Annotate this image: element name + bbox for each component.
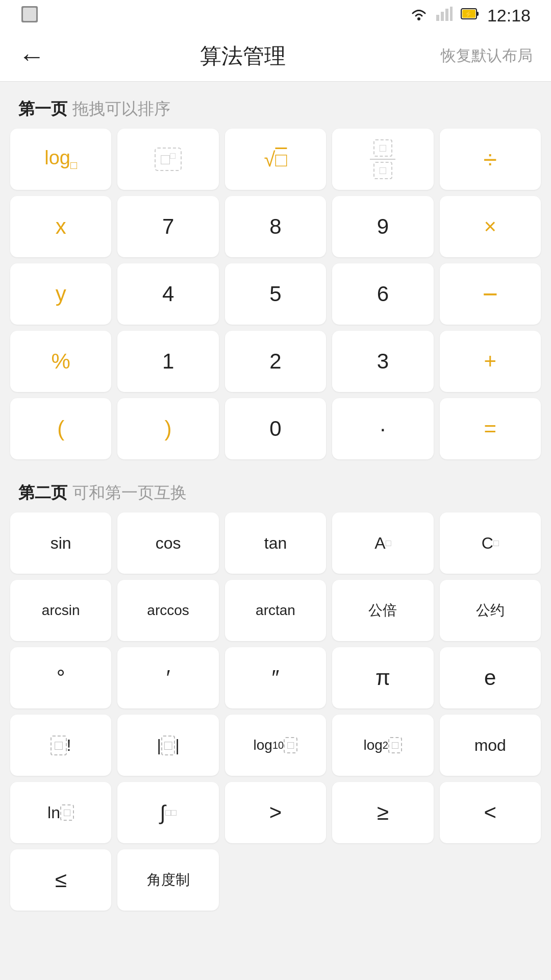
key-arcminute[interactable]: ′: [117, 647, 218, 708]
status-bar-right: ⚡ 12:18: [410, 6, 531, 26]
key-dot[interactable]: ·: [332, 398, 433, 459]
page1-label-main: 第一页: [18, 100, 67, 118]
key-9[interactable]: 9: [332, 196, 433, 257]
svg-rect-1: [23, 8, 36, 21]
page2-label-sub: 可和第一页互换: [72, 483, 187, 502]
key-log2[interactable]: log2□: [332, 715, 433, 776]
svg-rect-3: [436, 15, 439, 21]
key-percent[interactable]: %: [10, 331, 111, 392]
key-ln[interactable]: ln□: [10, 782, 111, 843]
key-fraction[interactable]: □ □: [332, 129, 433, 190]
page2-key-grid: sin cos tan A□ C□ arcsin arccos arctan 公…: [0, 512, 551, 917]
key-factorial[interactable]: □!: [10, 715, 111, 776]
key-2[interactable]: 2: [225, 331, 326, 392]
key-angle-mode[interactable]: 角度制: [117, 849, 218, 911]
page-title: 算法管理: [200, 42, 286, 70]
key-lparen[interactable]: (: [10, 398, 111, 459]
key-6[interactable]: 6: [332, 263, 433, 325]
svg-text:⚡: ⚡: [464, 10, 473, 18]
key-pi[interactable]: π: [332, 647, 433, 708]
key-integral[interactable]: ∫□□: [117, 782, 218, 843]
key-gcd[interactable]: 公约: [440, 580, 541, 641]
key-divide[interactable]: ÷: [440, 129, 541, 190]
key-0[interactable]: 0: [225, 398, 326, 459]
wifi-icon: [410, 7, 428, 24]
key-sqrt[interactable]: √□: [225, 129, 326, 190]
key-C[interactable]: C□: [440, 512, 541, 574]
key-less-equal[interactable]: ≤: [10, 849, 111, 911]
time: 12:18: [487, 6, 531, 26]
page1-label: 第一页拖拽可以排序: [0, 82, 551, 129]
key-5[interactable]: 5: [225, 263, 326, 325]
key-arccos[interactable]: arccos: [117, 580, 218, 641]
key-plus[interactable]: +: [440, 331, 541, 392]
key-tan[interactable]: tan: [225, 512, 326, 574]
back-button[interactable]: ←: [18, 41, 45, 71]
key-e[interactable]: e: [440, 647, 541, 708]
key-arctan[interactable]: arctan: [225, 580, 326, 641]
key-4[interactable]: 4: [117, 263, 218, 325]
restore-default-button[interactable]: 恢复默认布局: [441, 45, 533, 66]
key-3[interactable]: 3: [332, 331, 433, 392]
key-abs[interactable]: |□|: [117, 715, 218, 776]
key-rparen[interactable]: ): [117, 398, 218, 459]
key-log[interactable]: log□: [10, 129, 111, 190]
status-bar: ⚡ 12:18: [0, 0, 551, 31]
key-y[interactable]: y: [10, 263, 111, 325]
key-multiply[interactable]: ×: [440, 196, 541, 257]
key-sin[interactable]: sin: [10, 512, 111, 574]
key-mod[interactable]: mod: [440, 715, 541, 776]
battery-icon: ⚡: [461, 7, 479, 24]
key-lcm[interactable]: 公倍: [332, 580, 433, 641]
key-arcsecond[interactable]: ″: [225, 647, 326, 708]
key-1[interactable]: 1: [117, 331, 218, 392]
page2-label-main: 第二页: [18, 483, 67, 502]
key-superscript[interactable]: □□: [117, 129, 218, 190]
page1-key-grid: log□ □□ √□ □ □ ÷ x 7 8 9 × y 4 5 6 − % 1…: [0, 129, 551, 465]
page2-label: 第二页可和第一页互换: [0, 465, 551, 512]
status-bar-left-icon: [20, 5, 39, 26]
page1-label-sub: 拖拽可以排序: [72, 100, 170, 118]
key-arcsin[interactable]: arcsin: [10, 580, 111, 641]
key-A[interactable]: A□: [332, 512, 433, 574]
key-greater-equal[interactable]: ≥: [332, 782, 433, 843]
key-8[interactable]: 8: [225, 196, 326, 257]
key-degree[interactable]: °: [10, 647, 111, 708]
svg-rect-8: [477, 12, 479, 16]
key-cos[interactable]: cos: [117, 512, 218, 574]
svg-rect-5: [445, 9, 448, 21]
svg-point-2: [417, 17, 420, 20]
svg-rect-6: [450, 7, 453, 21]
key-less[interactable]: <: [440, 782, 541, 843]
key-greater[interactable]: >: [225, 782, 326, 843]
key-minus[interactable]: −: [440, 263, 541, 325]
key-equals[interactable]: =: [440, 398, 541, 459]
svg-rect-4: [441, 12, 444, 21]
header: ← 算法管理 恢复默认布局: [0, 31, 551, 82]
signal-icon: [436, 7, 453, 24]
key-7[interactable]: 7: [117, 196, 218, 257]
key-x[interactable]: x: [10, 196, 111, 257]
key-log10[interactable]: log10□: [225, 715, 326, 776]
